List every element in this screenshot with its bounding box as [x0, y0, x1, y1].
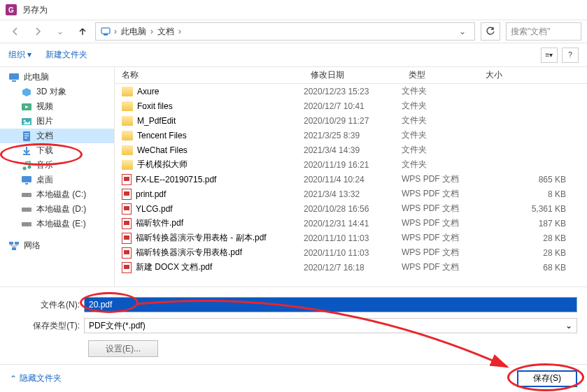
filename-value: 20.pdf — [89, 300, 112, 310]
file-row[interactable]: M_PdfEdit2020/10/29 11:27文件夹 — [115, 113, 587, 128]
up-button[interactable] — [73, 22, 92, 41]
sidebar-item-doc[interactable]: 文档 — [0, 129, 114, 143]
sidebar-item-label: 下载 — [36, 145, 53, 157]
file-row[interactable]: 新建 DOCX 文档.pdf2020/12/7 16:18WPS PDF 文档6… — [115, 260, 587, 275]
file-name: YLCG.pdf — [136, 204, 173, 214]
file-date: 2020/11/4 10:24 — [304, 175, 402, 184]
navbar: ⌄ › 此电脑 › 文档 › ⌄ 搜索"文档" — [0, 20, 587, 43]
file-type: WPS PDF 文档 — [402, 173, 479, 185]
svg-rect-22 — [9, 242, 13, 245]
chevron-up-icon: ⌃ — [10, 374, 17, 384]
hide-folders-button[interactable]: ⌃ 隐藏文件夹 — [10, 372, 62, 384]
arrow-left-icon — [10, 27, 20, 36]
sidebar: 此电脑3D 对象视频图片文档下载音乐桌面本地磁盘 (C:)本地磁盘 (D:)本地… — [0, 67, 115, 286]
music-icon — [21, 160, 32, 171]
settings-button[interactable]: 设置(E)... — [88, 340, 158, 357]
pc-icon — [8, 72, 20, 83]
column-headers[interactable]: 名称 修改日期 类型 大小 — [115, 67, 587, 84]
file-row[interactable]: 福昕转换器演示专用表格.pdf2020/11/10 11:03WPS PDF 文… — [115, 245, 587, 260]
file-size: 865 KB — [479, 175, 587, 184]
video-icon — [21, 101, 32, 112]
body: 此电脑3D 对象视频图片文档下载音乐桌面本地磁盘 (C:)本地磁盘 (D:)本地… — [0, 67, 587, 286]
sidebar-item-label: 此电脑 — [24, 71, 49, 83]
file-date: 2020/10/28 16:56 — [304, 204, 402, 214]
file-name: FX-LE--20190715.pdf — [136, 175, 216, 184]
file-date: 2020/12/23 15:23 — [304, 87, 402, 96]
sidebar-item-pic[interactable]: 图片 — [0, 114, 114, 129]
file-row[interactable]: Axure2020/12/23 15:23文件夹 — [115, 84, 587, 99]
file-area: 名称 修改日期 类型 大小 Axure2020/12/23 15:23文件夹Fo… — [115, 67, 587, 286]
file-row[interactable]: print.pdf2021/3/4 13:32WPS PDF 文档8 KB — [115, 187, 587, 201]
file-list[interactable]: Axure2020/12/23 15:23文件夹Foxit files2020/… — [115, 84, 587, 286]
filename-input[interactable]: 20.pdf — [84, 297, 577, 312]
file-row[interactable]: 福昕转换器演示专用表格 - 副本.pdf2020/11/10 11:03WPS … — [115, 231, 587, 245]
col-size[interactable]: 大小 — [479, 69, 587, 81]
pic-icon — [21, 116, 32, 127]
sidebar-item-dl[interactable]: 下载 — [0, 143, 114, 158]
organize-menu[interactable]: 组织 ▾ — [8, 49, 31, 61]
disk-icon — [21, 204, 32, 215]
recent-dropdown[interactable]: ⌄ — [50, 22, 70, 41]
breadcrumb-seg[interactable]: 文档 — [156, 26, 176, 38]
sidebar-item-disk[interactable]: 本地磁盘 (C:) — [0, 187, 114, 202]
filename-label: 文件名(N): — [10, 299, 84, 311]
chevron-right-icon: › — [178, 27, 181, 36]
file-date: 2020/10/29 11:27 — [304, 116, 402, 126]
breadcrumb[interactable]: › 此电脑 › 文档 › ⌄ — [95, 22, 475, 41]
pdf-icon — [122, 233, 132, 244]
file-type: WPS PDF 文档 — [402, 261, 479, 273]
col-name[interactable]: 名称 — [115, 69, 304, 81]
sidebar-item-music[interactable]: 音乐 — [0, 158, 114, 173]
file-type: 文件夹 — [402, 115, 479, 126]
sidebar-item-3d[interactable]: 3D 对象 — [0, 85, 114, 99]
view-mode-button[interactable]: ≡▾ — [541, 48, 558, 63]
col-type[interactable]: 类型 — [402, 69, 479, 81]
svg-rect-24 — [12, 247, 16, 250]
back-button[interactable] — [6, 22, 25, 41]
chevron-down-icon[interactable]: ⌄ — [455, 27, 470, 36]
file-date: 2020/12/31 14:41 — [304, 219, 402, 228]
sidebar-item-disk[interactable]: 本地磁盘 (D:) — [0, 202, 114, 217]
sidebar-item-net[interactable]: 网络 — [0, 238, 114, 253]
file-row[interactable]: WeChat Files2021/3/4 14:39文件夹 — [115, 143, 587, 157]
sidebar-item-label: 网络 — [24, 240, 41, 252]
file-type: WPS PDF 文档 — [402, 203, 479, 215]
svg-point-17 — [29, 194, 30, 196]
filetype-select[interactable]: PDF文件(*.pdf) ⌄ — [84, 318, 577, 333]
svg-rect-10 — [24, 138, 27, 138]
file-row[interactable]: Foxit files2020/12/7 10:41文件夹 — [115, 99, 587, 113]
file-row[interactable]: 手机模拟大师2020/11/19 16:21文件夹 — [115, 157, 587, 172]
file-name: WeChat Files — [137, 145, 188, 155]
sidebar-item-video[interactable]: 视频 — [0, 99, 114, 114]
file-size: 28 KB — [479, 233, 587, 243]
file-row[interactable]: YLCG.pdf2020/10/28 16:56WPS PDF 文档5,361 … — [115, 201, 587, 216]
col-date[interactable]: 修改日期 — [304, 69, 402, 81]
file-size: 8 KB — [479, 189, 587, 199]
svg-point-13 — [28, 165, 31, 168]
dl-icon — [21, 145, 32, 157]
search-input[interactable]: 搜索"文档" — [506, 22, 581, 41]
sidebar-item-disk[interactable]: 本地磁盘 (E:) — [0, 217, 114, 231]
sidebar-item-desk[interactable]: 桌面 — [0, 173, 114, 187]
folder-icon — [122, 87, 133, 96]
save-button[interactable]: 保存(S) — [517, 370, 577, 387]
file-type: 文件夹 — [402, 144, 479, 156]
help-button[interactable]: ? — [562, 48, 579, 63]
sidebar-item-label: 本地磁盘 (D:) — [36, 203, 86, 215]
file-row[interactable]: 福昕软件.pdf2020/12/31 14:41WPS PDF 文档187 KB — [115, 216, 587, 231]
pc-icon — [100, 26, 111, 37]
app-icon: G — [6, 4, 17, 15]
new-folder-button[interactable]: 新建文件夹 — [45, 49, 87, 61]
file-row[interactable]: Tencent Files2021/3/25 8:39文件夹 — [115, 128, 587, 143]
file-type: 文件夹 — [402, 85, 479, 97]
filetype-value: PDF文件(*.pdf) — [89, 320, 146, 332]
file-date: 2020/12/7 10:41 — [304, 101, 402, 111]
folder-icon — [122, 101, 133, 111]
refresh-button[interactable] — [481, 22, 500, 41]
file-date: 2021/3/25 8:39 — [304, 131, 402, 140]
sidebar-item-pc[interactable]: 此电脑 — [0, 70, 114, 85]
net-icon — [8, 240, 20, 252]
forward-button[interactable] — [28, 22, 48, 41]
file-row[interactable]: FX-LE--20190715.pdf2020/11/4 10:24WPS PD… — [115, 172, 587, 187]
breadcrumb-seg[interactable]: 此电脑 — [120, 26, 148, 38]
